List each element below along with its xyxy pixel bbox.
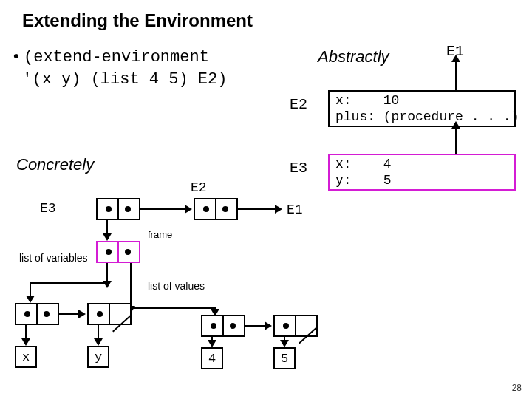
code-line-1: (extend-environment — [24, 48, 209, 66]
cons-pair-vars-2 — [87, 303, 132, 325]
e3-label-concrete: E3 — [40, 201, 56, 216]
frame-annotation: frame — [148, 229, 172, 240]
cons-pair-env-e2 — [194, 198, 238, 220]
arrow-vals2-to-5 — [284, 337, 285, 341]
cdr-dot-icon — [44, 311, 50, 317]
car-dot-icon — [106, 249, 112, 255]
arrow-vals1-to-4 — [211, 337, 213, 341]
concrete-heading: Concretely — [16, 155, 94, 174]
arrow-vals1-to-vals2 — [245, 325, 266, 327]
cons-pair-vars-1 — [15, 303, 59, 325]
abstract-heading: Abstractly — [318, 47, 389, 66]
car-dot-icon — [211, 323, 216, 329]
arrow-vars2-to-y — [98, 325, 99, 340]
arrow-e3list-to-e2list — [140, 208, 186, 210]
cons-pair-env-e3 — [96, 198, 140, 220]
arrow-e3car-to-frame — [106, 220, 108, 235]
arrow-e3-to-e2 — [455, 127, 457, 154]
arrow-frame-to-vals — [130, 263, 132, 307]
arrow-e2list-to-e1 — [238, 208, 276, 210]
cons-pair-vals-1 — [201, 315, 245, 337]
page-number: 28 — [512, 383, 522, 393]
bullet-dot-icon: • — [13, 46, 24, 66]
value-x: x — [15, 346, 37, 368]
cdr-dot-icon — [230, 323, 236, 329]
frame-e3: x: 4 y: 5 — [328, 154, 516, 191]
list-of-values-annotation: list of values — [148, 281, 205, 292]
car-dot-icon — [203, 206, 209, 212]
car-dot-icon — [24, 311, 30, 317]
car-dot-icon — [283, 323, 289, 329]
nil-slash-icon — [112, 314, 132, 332]
bullet-code: •(extend-environment '(x y) (list 4 5) E… — [13, 46, 227, 89]
arrow-e2-to-e1 — [455, 61, 457, 90]
e1-label-concrete: E1 — [287, 202, 303, 217]
value-y: y — [87, 346, 109, 368]
arrow-vars1-to-vars2 — [59, 313, 80, 315]
car-dot-icon — [106, 206, 112, 212]
e2-label-concrete: E2 — [191, 180, 207, 195]
value-5: 5 — [273, 347, 296, 369]
cdr-dot-icon — [125, 249, 131, 255]
arrow-frame-to-vars-h — [30, 282, 108, 284]
frame-e2: x: 10 plus: (procedure . . .) — [328, 90, 516, 127]
e2-label-abstract: E2 — [290, 96, 307, 113]
list-of-variables-annotation: list of variables — [19, 253, 88, 264]
code-line-2: '(x y) (list 4 5) E2) — [22, 70, 227, 89]
cdr-dot-icon — [125, 206, 131, 212]
arrow-frame-to-vals-h — [130, 307, 216, 309]
e3-label-abstract: E3 — [290, 160, 307, 177]
arrow-frame-to-vars — [106, 263, 108, 282]
arrow-vars1-to-x — [25, 325, 27, 340]
frame-cons-pair — [96, 241, 140, 263]
cdr-dot-icon — [222, 206, 228, 212]
slide-title: Extending the Environment — [22, 10, 253, 31]
car-dot-icon — [97, 311, 103, 317]
cons-pair-vals-2 — [273, 315, 318, 337]
nil-slash-icon — [299, 326, 318, 344]
value-4: 4 — [201, 347, 223, 369]
arrow-frame-to-vals-v — [214, 307, 216, 310]
arrow-frame-to-vars-v — [30, 282, 31, 297]
